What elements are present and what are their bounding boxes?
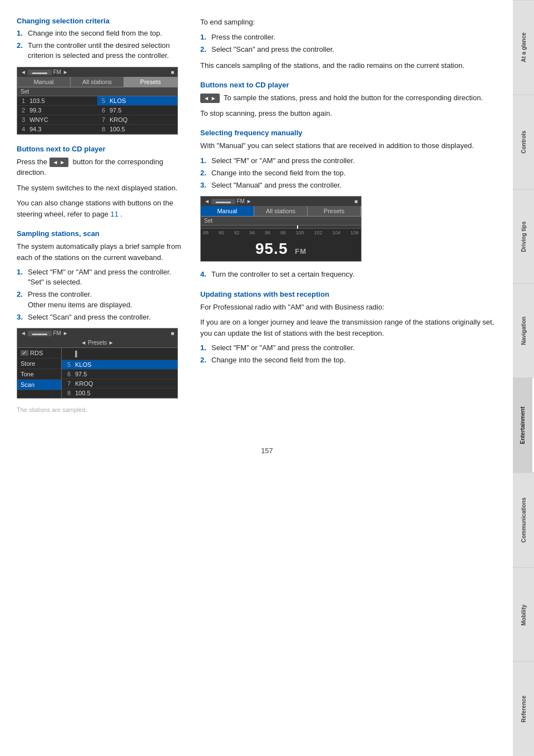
sidebar-tab-navigation[interactable]: Navigation	[513, 283, 534, 378]
sampling-end-note: This cancels sampling of the stations, a…	[200, 60, 496, 71]
section-cd-para1: ◄ ► To sample the stations, press and ho…	[200, 92, 496, 104]
section-update-para1: For Professional radio with "AM" and wit…	[200, 302, 496, 313]
radio-tabs: Manual All stations Presets	[17, 77, 177, 87]
list-item: 1. Press the controller.	[200, 32, 496, 42]
scan-presets-label: ◄ Presets ►	[17, 338, 177, 348]
station-freq: 97.5	[75, 371, 87, 377]
radio-station-list: 1103.5 5KLOS 299.3 697.5 3WNYC 7KROQ 494…	[17, 96, 177, 134]
step-number: 2.	[17, 289, 24, 310]
step-text: Select "FM" or "AM" and press the contro…	[211, 156, 355, 166]
section-update-steps: 1. Select "FM" or "AM" and press the con…	[200, 343, 496, 365]
station-row: 299.3	[17, 106, 97, 115]
station-number: 6	[102, 107, 107, 114]
scale-100: 100	[296, 230, 304, 235]
list-item: 1. Select "FM" or "AM" and press the con…	[17, 267, 189, 287]
scan-menu-tone: Tone	[17, 369, 61, 380]
radio-fm-nav-scan: ◄ ▬▬▬ FM ►	[21, 330, 68, 336]
radio-corner-icon-manual: ■	[354, 198, 358, 204]
radio-tab-all-stations[interactable]: All stations	[71, 77, 124, 87]
sampling-end-heading: To end sampling:	[200, 17, 496, 28]
para-text: You can also change stations with button…	[17, 199, 173, 218]
section-changing-selection-heading: Changing selection criteria	[17, 17, 189, 25]
station-number: 8	[67, 390, 73, 396]
step-text: Turn the controller until the desired se…	[28, 41, 189, 61]
station-row: 494.3	[17, 125, 97, 134]
step-number: 2.	[200, 355, 208, 365]
radio-scan-top: ◄ ▬▬▬ FM ► ■	[17, 328, 177, 338]
section-buttons-cd-para1: Press the ◄ ► button for the correspondi…	[17, 156, 189, 178]
right-column: To end sampling: 1. Press the controller…	[200, 17, 496, 419]
scale-104: 104	[332, 230, 340, 235]
rds-check-icon: ✓	[21, 350, 28, 356]
station-row: 1103.5	[17, 96, 97, 106]
section-sampling-heading: Sampling stations, scan	[17, 229, 189, 238]
radio-set-label: Set	[17, 87, 177, 96]
step-number: 1.	[17, 28, 24, 38]
list-item: 1. Change into the second field from the…	[17, 28, 189, 38]
sidebar-tab-communications[interactable]: Communications	[513, 473, 534, 567]
station-number: 2	[22, 107, 27, 114]
section-buttons-cd-para2: The system switches to the next displaye…	[17, 183, 189, 194]
step-number: 1.	[17, 267, 24, 287]
cd-para1-text: To sample the stations, press and hold t…	[224, 94, 483, 102]
radio-tab-manual[interactable]: Manual	[17, 77, 71, 87]
station-freq: 100.5	[110, 126, 125, 132]
step-text: Change into the second field from the to…	[211, 168, 345, 178]
manual-freq-value: 95.5	[255, 240, 288, 257]
radio-ui-presets: ◄ ▬▬▬ FM ► ■ Manual All stations Presets…	[17, 67, 178, 135]
list-item: 2. Select "Scan" and press the controlle…	[200, 45, 496, 55]
sidebar-tab-mobility[interactable]: Mobility	[513, 567, 534, 662]
manual-freq-unit: FM	[295, 247, 306, 256]
station-number: 4	[22, 126, 27, 132]
sidebar-tabs: At a glance Controls Driving tips Naviga…	[513, 0, 534, 756]
sidebar-tab-entertainment[interactable]: Entertainment	[513, 378, 534, 473]
manual-scale-bar: 88 90 92 94 96 98 100 102 104 106	[201, 229, 361, 237]
section-sampling-para: The system automatically plays a brief s…	[17, 241, 189, 263]
scan-menu: ✓RDS Store Tone Scan ▌ 5KLOS 697.5 7KROQ…	[17, 348, 177, 398]
section-freq-manual-heading: Selecting frequency manually	[200, 129, 496, 137]
scale-96: 96	[265, 230, 270, 235]
station-freq: WNYC	[29, 116, 48, 123]
step-text: Change into the second field from the to…	[211, 355, 345, 365]
station-freq: 94.3	[29, 126, 41, 132]
cd-direction-button: ◄ ►	[50, 158, 69, 167]
step-number: 2.	[17, 41, 24, 61]
section-cd-buttons-right-heading: Buttons next to CD player	[200, 81, 496, 89]
station-row: 8100.5	[97, 125, 177, 134]
radio-corner-icon: ■	[171, 69, 174, 75]
section-changing-selection-list: 1. Change into the second field from the…	[17, 28, 189, 61]
sidebar-tab-driving-tips[interactable]: Driving tips	[513, 189, 534, 284]
station-number: 7	[67, 380, 73, 387]
sidebar-tab-at-a-glance[interactable]: At a glance	[513, 0, 534, 95]
page-link-11[interactable]: 11	[110, 210, 118, 218]
station-row: 8100.5	[62, 389, 177, 398]
step-text: Press the controller.	[211, 32, 275, 42]
radio-manual-tab-presets[interactable]: Presets	[308, 206, 361, 216]
station-row: 7KROQ	[62, 379, 177, 389]
list-item: 1. Select "FM" or "AM" and press the con…	[200, 343, 496, 353]
station-freq: 100.5	[75, 390, 91, 396]
station-freq: 99.3	[29, 107, 41, 114]
radio-tab-presets[interactable]: Presets	[124, 77, 177, 87]
page-number: 157	[0, 446, 534, 455]
station-freq: ▌	[75, 349, 79, 359]
section-buttons-cd-heading-left: Buttons next to CD player	[17, 145, 189, 153]
scale-94: 94	[249, 230, 255, 235]
manual-freq-display: 95.5 FM	[201, 237, 361, 261]
radio-manual-tab-manual[interactable]: Manual	[201, 206, 254, 216]
step-number: 1.	[200, 343, 208, 353]
sidebar-tab-controls[interactable]: Controls	[513, 95, 534, 189]
para-text-end: .	[121, 210, 123, 218]
step-text: Change into the second field from the to…	[28, 28, 162, 38]
radio-manual-tab-all[interactable]: All stations	[254, 206, 308, 216]
station-number: 3	[22, 116, 27, 123]
scale-90: 90	[219, 230, 224, 235]
section-freq-para: With "Manual" you can select stations th…	[200, 140, 496, 151]
station-freq: 97.5	[110, 107, 121, 114]
sidebar-tab-reference[interactable]: Reference	[513, 661, 534, 756]
scan-caption: The stations are sampled.	[17, 406, 189, 413]
radio-ui-scan: ◄ ▬▬▬ FM ► ■ ◄ Presets ► ✓RDS Store Tone…	[17, 328, 178, 399]
scan-menu-scan: Scan	[17, 380, 61, 390]
step-number: 2.	[200, 168, 208, 178]
section-sampling-steps: 1. Select "FM" or "AM" and press the con…	[17, 267, 189, 322]
